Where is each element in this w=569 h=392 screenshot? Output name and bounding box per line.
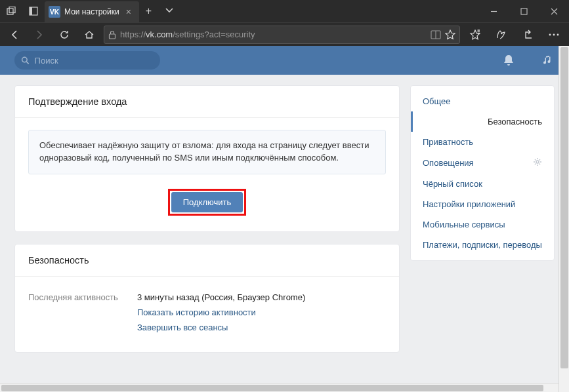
page-viewport: Подтверждение входа Обеспечивает надёжну… — [0, 46, 569, 392]
url-path: /settings?act=security — [173, 29, 255, 39]
sidebar-item-label: Мобильные сервисы — [423, 220, 505, 229]
two-factor-title: Подтверждение входа — [15, 86, 399, 118]
url-scheme: https:// — [120, 29, 146, 39]
main-column: Подтверждение входа Обеспечивает надёжну… — [14, 85, 400, 382]
notifications-icon[interactable] — [502, 54, 515, 67]
svg-rect-0 — [7, 9, 13, 14]
sidebar-item-blacklist[interactable]: Чёрный список — [411, 174, 554, 194]
security-card: Безопасность Последняя активность 3 мину… — [14, 244, 400, 353]
set-aside-icon[interactable] — [22, 0, 45, 22]
svg-point-13 — [553, 33, 555, 35]
browser-addressbar: https://vk.com/settings?act=security — [0, 22, 569, 46]
activity-values: 3 минуты назад (Россия, Браузер Chrome) … — [137, 292, 305, 332]
sidebar-item-label: Чёрный список — [423, 179, 482, 189]
notes-button[interactable] — [490, 24, 513, 45]
minimize-button[interactable] — [478, 0, 509, 22]
svg-rect-1 — [9, 7, 15, 13]
security-title: Безопасность — [15, 245, 399, 277]
last-activity-value: 3 минуты назад (Россия, Браузер Chrome) — [137, 292, 305, 302]
settings-sidebar: Общее Безопасность Приватность Оповещени… — [410, 85, 555, 261]
svg-point-12 — [549, 33, 551, 35]
vk-search[interactable] — [14, 51, 160, 69]
sidebar-item-label: Приватность — [423, 137, 473, 147]
share-button[interactable] — [516, 24, 539, 45]
new-tab-button[interactable]: + — [139, 5, 158, 17]
sidebar-item-label: Безопасность — [488, 117, 542, 127]
sidebar-item-notifications[interactable]: Оповещения — [411, 152, 554, 174]
two-factor-card: Подтверждение входа Обеспечивает надёжну… — [14, 85, 400, 232]
browser-titlebar: VK Мои настройки × + — [0, 0, 569, 22]
close-window-button[interactable] — [539, 0, 569, 22]
activity-row: Последняя активность 3 минуты назад (Рос… — [28, 288, 386, 336]
scrollbar-thumb[interactable] — [560, 47, 568, 368]
search-input[interactable] — [35, 56, 154, 66]
refresh-button[interactable] — [54, 24, 75, 45]
search-icon — [21, 56, 30, 65]
sidebar-item-apps[interactable]: Настройки приложений — [411, 194, 554, 214]
sidebar-item-mobile[interactable]: Мобильные сервисы — [411, 214, 554, 235]
tab-title: Мои настройки — [64, 7, 119, 16]
vk-header — [0, 46, 569, 75]
maximize-button[interactable] — [509, 0, 539, 22]
back-button[interactable] — [4, 24, 25, 45]
music-icon[interactable] — [541, 54, 555, 67]
activity-label: Последняя активность — [28, 292, 127, 332]
svg-rect-6 — [110, 34, 116, 39]
sidebar-item-privacy[interactable]: Приватность — [411, 132, 554, 152]
vk-body: Подтверждение входа Обеспечивает надёжну… — [0, 75, 569, 392]
enable-2fa-button[interactable]: Подключить — [171, 192, 243, 212]
sidebar-item-label: Оповещения — [423, 158, 474, 168]
titlebar-left: VK Мои настройки × + — [0, 0, 180, 22]
sidebar-item-general[interactable]: Общее — [411, 91, 554, 111]
close-tab-icon[interactable]: × — [123, 7, 134, 17]
home-button[interactable] — [79, 24, 100, 45]
horizontal-scrollbar[interactable] — [0, 383, 558, 392]
gear-icon[interactable] — [533, 157, 542, 168]
url-text: https://vk.com/settings?act=security — [120, 29, 255, 39]
svg-rect-3 — [30, 7, 32, 15]
reading-view-icon[interactable] — [431, 30, 441, 39]
security-body: Последняя активность 3 минуты назад (Рос… — [15, 277, 399, 352]
sidebar-item-label: Платежи, подписки, переводы — [423, 240, 542, 250]
tabs-chevron-icon[interactable] — [158, 5, 180, 17]
svg-point-15 — [22, 57, 28, 62]
favorites-button[interactable] — [464, 24, 486, 45]
highlight-frame: Подключить — [168, 189, 247, 216]
favorite-star-icon[interactable] — [445, 29, 455, 40]
svg-line-16 — [27, 62, 29, 64]
sidebar-item-label: Настройки приложений — [423, 199, 515, 209]
vk-favicon: VK — [49, 6, 60, 18]
svg-point-17 — [536, 161, 539, 163]
forward-button[interactable] — [29, 24, 50, 45]
end-sessions-link[interactable]: Завершить все сеансы — [137, 323, 305, 332]
scrollbar-thumb[interactable] — [1, 385, 543, 391]
url-box[interactable]: https://vk.com/settings?act=security — [104, 26, 460, 44]
tab-actions-icon[interactable] — [0, 0, 22, 22]
two-factor-body: Обеспечивает надёжную защиту от взлома: … — [15, 118, 399, 231]
window-controls — [478, 0, 569, 22]
svg-point-14 — [557, 33, 559, 35]
lock-icon — [108, 30, 116, 39]
url-host: vk.com — [146, 29, 173, 39]
button-row: Подключить — [28, 189, 386, 216]
svg-rect-5 — [521, 9, 527, 14]
sidebar-item-label: Общее — [423, 96, 451, 106]
sidebar-column: Общее Безопасность Приватность Оповещени… — [410, 85, 555, 382]
browser-tab[interactable]: VK Мои настройки × — [45, 1, 139, 22]
vertical-scrollbar[interactable] — [558, 46, 569, 392]
two-factor-info: Обеспечивает надёжную защиту от взлома: … — [28, 130, 386, 174]
sidebar-item-security[interactable]: Безопасность — [411, 111, 554, 132]
show-history-link[interactable]: Показать историю активности — [137, 307, 305, 317]
sidebar-item-payments[interactable]: Платежи, подписки, переводы — [411, 235, 554, 255]
more-button[interactable] — [543, 24, 565, 45]
